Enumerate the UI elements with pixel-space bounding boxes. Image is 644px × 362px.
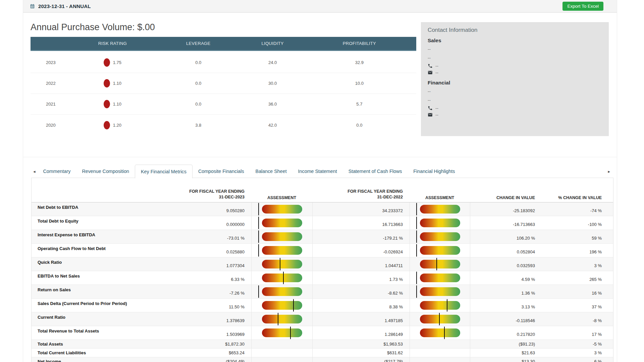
assessment-cell: [410, 340, 470, 348]
assessment-gradient-bar: [262, 287, 302, 296]
metrics-header-assessment2: ASSESSMENT: [410, 189, 470, 200]
risk-row-2021: 20211.100.036.05.7: [31, 94, 416, 115]
key-financial-metrics-panel: FOR FISCAL YEAR ENDING 31-DEC-2023 ASSES…: [31, 178, 613, 362]
tab-revenue-composition[interactable]: Revenue Composition: [76, 165, 135, 178]
contact-email-row: --: [428, 112, 602, 117]
metric-label: Total Revenue to Total Assets: [38, 328, 99, 334]
metric-label-cell: Interest Expense to EBITDA: [32, 230, 184, 243]
assessment-marker: [439, 313, 440, 325]
risk-rating-value: 1.10: [113, 102, 121, 107]
assessment-marker: [293, 299, 294, 312]
value-fy2022: 1.286149: [312, 326, 410, 340]
value-fy2022: 34.233372: [312, 202, 410, 216]
tab-composite-financials[interactable]: Composite Financials: [193, 165, 250, 178]
assessment-cell: [251, 244, 312, 257]
tab-financial-highlights[interactable]: Financial Highlights: [408, 165, 461, 178]
metrics-table-body: Net Debt to EBITDA9.05028034.233372-25.1…: [32, 202, 613, 362]
risk-col-liquidity: LIQUIDITY: [243, 41, 303, 46]
report-card: 2023-12-31 - ANNUAL Export To Excel Annu…: [23, 0, 617, 362]
assessment-cell: [410, 312, 470, 326]
assessment-cell: [410, 230, 470, 243]
summary-column: Annual Purchase Volume: $.00 RISK RATING…: [31, 22, 416, 136]
contact-section-title: Financial: [428, 80, 602, 86]
assessment-marker: [280, 258, 280, 270]
pct-change-in-value: 6 %: [540, 357, 613, 362]
profitability-value: 5.7: [303, 102, 416, 107]
value-fy2022: -179.21 %: [312, 230, 410, 243]
pct-change-in-value: 59 %: [540, 230, 613, 243]
contact-phone-value: --: [435, 63, 438, 68]
assessment-cell: [410, 271, 470, 285]
value-fy2023: 9.050280: [184, 202, 251, 216]
leverage-value: 0.0: [154, 60, 243, 65]
metric-row-quick-ratio: Quick Ratio1.0773041.0447110.0325933 %: [32, 257, 613, 271]
metric-row-interest-expense-to-ebitda: Interest Expense to EBITDA-73.01 %-179.2…: [32, 230, 613, 244]
metrics-header-label-col: [32, 189, 184, 200]
assessment-cell: [251, 202, 312, 216]
fy2023-line2: 31-DEC-2023: [219, 194, 245, 200]
liquidity-value: 30.0: [243, 81, 303, 86]
metric-row-total-revenue-to-total-assets: Total Revenue to Total Assets1.5039691.2…: [32, 326, 613, 340]
assessment-marker: [258, 244, 259, 257]
risk-rating-group: 1.10: [71, 79, 154, 87]
risk-rating-value: 1.20: [113, 123, 121, 128]
assessment-gradient-bar: [420, 219, 460, 227]
assessment-gradient-bar: [420, 232, 460, 241]
change-in-value: 0.217820: [470, 326, 540, 340]
value-fy2023: -73.01 %: [184, 230, 251, 243]
value-fy2022: 1.044711: [312, 257, 410, 271]
assessment-cell: [410, 257, 470, 271]
assessment-gradient-bar: [420, 274, 460, 282]
leverage-value: 0.0: [154, 102, 243, 107]
tab-key-financial-metrics[interactable]: Key Financial Metrics: [135, 165, 193, 178]
contact-section-title: Sales: [428, 38, 602, 44]
pct-change-in-value: 3 %: [540, 349, 613, 357]
risk-rating-group: 1.75: [71, 58, 154, 67]
risk-rating-cell: 1.10: [71, 79, 154, 87]
value-fy2022: $1,963.53: [312, 340, 410, 348]
value-fy2023: 11.50 %: [184, 299, 251, 312]
pct-change-in-value: 17 %: [540, 326, 613, 340]
assessment-cell: [410, 349, 470, 357]
tab-scroll-right-arrow[interactable]: ▸: [606, 165, 612, 178]
fy2022-line1: FOR FISCAL YEAR ENDING: [347, 189, 403, 194]
risk-year: 2021: [31, 102, 71, 107]
assessment-gradient-bar: [420, 287, 460, 296]
assessment-gradient-bar: [262, 232, 302, 241]
assessment-cell: [410, 285, 470, 298]
pct-change-in-value: 196 %: [540, 244, 613, 257]
change-in-value: 1.36 %: [470, 285, 540, 298]
tab-balance-sheet[interactable]: Balance Sheet: [250, 165, 292, 178]
assessment-marker: [416, 272, 417, 284]
value-fy2023: 1.503969: [184, 326, 251, 340]
assessment-gradient-bar: [420, 301, 460, 310]
contact-line: --: [428, 97, 602, 103]
export-to-excel-button[interactable]: Export To Excel: [562, 2, 603, 11]
contact-email-value: --: [435, 70, 438, 75]
metric-row-operating-cash-flow-to-net-debt: Operating Cash Flow to Net Debt0.025880-…: [32, 244, 613, 257]
metric-row-ebitda-to-net-sales: EBITDA to Net Sales6.33 %1.73 %4.59 %265…: [32, 271, 613, 285]
metric-row-net-income: Net Income($204.49)($217.79)$13.306 %: [32, 357, 613, 362]
tab-strip: ◂ CommentaryRevenue CompositionKey Finan…: [31, 165, 612, 178]
phone-icon: [428, 106, 433, 111]
tab-scroll-left-arrow[interactable]: ◂: [31, 165, 38, 178]
assessment-marker: [258, 203, 259, 216]
assessment-cell: [251, 357, 312, 362]
contact-section-sales: Sales--------: [428, 38, 602, 75]
assessment-cell: [251, 230, 312, 243]
risk-rating-cell: 1.10: [71, 100, 154, 108]
metric-label-cell: Quick Ratio: [32, 257, 184, 271]
pct-change-in-value: 16 %: [540, 285, 613, 298]
tab-income-statement[interactable]: Income Statement: [292, 165, 343, 178]
top-bar: 2023-12-31 - ANNUAL Export To Excel: [23, 0, 617, 13]
value-fy2023: 0.025880: [184, 244, 251, 257]
metric-row-total-debt-to-equity: Total Debt to Equity0.00000016.713663-16…: [32, 216, 613, 230]
assessment-gradient-bar: [262, 274, 302, 282]
metric-row-sales-delta-current-period-to-prior-period: Sales Delta (Current Period to Prior Per…: [32, 299, 613, 312]
risk-col-leverage: LEVERAGE: [154, 41, 243, 46]
assessment-cell: [251, 271, 312, 285]
metric-label: Return on Sales: [38, 287, 71, 292]
tab-statement-of-cash-flows[interactable]: Statement of Cash Flows: [343, 165, 408, 178]
profitability-value: 32.9: [303, 60, 416, 65]
tab-commentary[interactable]: Commentary: [38, 165, 76, 178]
